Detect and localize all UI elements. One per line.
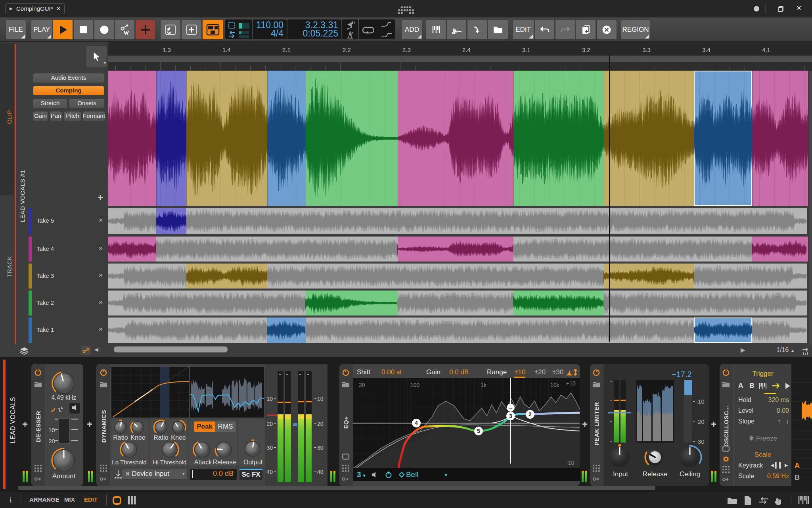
svg-text:-20: -20 [696,418,705,425]
svg-text:10: 10 [317,396,324,402]
svg-text:40: 40 [317,469,324,475]
svg-text:5: 5 [477,428,480,434]
svg-text:3: 3 [509,413,512,419]
svg-text:4: 4 [415,420,418,426]
svg-text:20: 20 [317,421,324,427]
svg-text:2: 2 [529,411,532,418]
svg-text:30: 30 [317,444,324,451]
svg-text:30: 30 [266,444,273,451]
svg-text:-30: -30 [696,438,705,445]
svg-text:↔: ↔ [508,405,513,411]
svg-text:40: 40 [266,469,273,475]
svg-text:-10: -10 [696,398,705,405]
svg-text:20: 20 [266,421,273,427]
svg-text:10: 10 [266,396,273,402]
